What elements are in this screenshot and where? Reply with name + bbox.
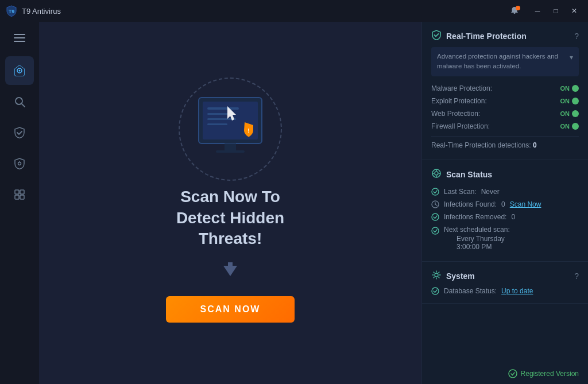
exploit-toggle[interactable]: ON [560,98,579,104]
sidebar [0,22,39,384]
web-dot [572,110,579,117]
firewall-label: Firewall Protection: [431,122,490,130]
registered-label: Registered Version [521,370,579,378]
scan-status-icon [431,168,442,181]
rtp-title-text: Real-Time Protection [446,32,527,41]
firewall-toggle[interactable]: ON [560,123,579,130]
svg-point-35 [435,273,438,277]
exploit-status: ON [560,98,570,104]
sidebar-menu-button[interactable] [7,28,32,48]
infections-removed-count: 0 [511,213,515,221]
malware-toggle[interactable]: ON [560,85,579,92]
malware-dot [572,85,579,92]
last-scan-value: Never [481,188,500,196]
last-scan-row: Last Scan: Never [431,185,579,198]
notification-button[interactable] [506,5,523,17]
next-scan-value: Every Thursday3:00:00 PM [457,235,510,251]
malware-protection-row: Malware Protection: ON [431,82,579,95]
next-scan-info: Next scheduled scan: Every Thursday3:00:… [444,226,510,251]
scan-now-link[interactable]: Scan Now [510,200,541,208]
system-help-icon[interactable]: ? [574,271,579,281]
scan-heading: Scan Now ToDetect HiddenThreats! [176,187,284,249]
app-logo-icon: T9 [6,5,17,17]
firewall-status: ON [560,123,570,130]
scan-status-title: Scan Status [431,168,492,181]
firewall-dot [572,123,579,130]
main-layout: ! Scan Now ToDetect HiddenThreats! SCAN … [0,22,588,384]
shield-check-icon [431,30,442,42]
exploit-dot [572,98,579,104]
title-bar-controls: ─ □ ✕ [506,5,582,17]
rtp-help-icon[interactable]: ? [574,32,579,41]
scan-now-button[interactable]: SCAN NOW [166,296,295,323]
hamburger-icon [14,34,25,35]
right-panel: Real-Time Protection ? Advanced protecti… [421,22,588,384]
svg-point-29 [432,188,439,195]
svg-point-34 [432,227,439,234]
exploit-protection-row: Exploit Protection: ON [431,95,579,107]
rtp-title: Real-Time Protection [431,30,527,42]
infections-found-label: Infections Found: [444,200,497,208]
hamburger-icon [14,41,25,42]
svg-rect-9 [20,190,24,194]
svg-point-6 [18,162,21,165]
svg-line-32 [435,204,437,205]
infections-removed-row: Infections Removed: 0 [431,211,579,223]
check-circle-3-icon [431,227,439,235]
detections-count: 0 [533,141,537,149]
malware-status: ON [560,85,570,92]
check-circle-icon [431,188,439,196]
firewall-protection-row: Firewall Protection: ON [431,120,579,133]
sidebar-item-home[interactable] [5,56,34,85]
minimize-button[interactable]: ─ [529,5,546,17]
protection-desc-text: Advanced protection against hackers and … [437,52,567,72]
system-icon [431,270,442,282]
main-panel: ! Scan Now ToDetect HiddenThreats! SCAN … [39,22,421,384]
web-toggle[interactable]: ON [560,110,579,117]
clock-icon [431,200,439,208]
content-area: ! Scan Now ToDetect HiddenThreats! SCAN … [39,22,588,384]
svg-point-37 [509,370,517,378]
arrow-down-icon [220,259,241,285]
svg-text:!: ! [247,127,250,134]
infections-found-row: Infections Found: 0 Scan Now [431,198,579,211]
db-check-icon [431,287,439,295]
title-bar: T9 T9 Antivirus ─ □ ✕ [0,0,588,22]
maximize-button[interactable]: □ [548,5,564,17]
detections-row: Real-Time Protection detections: 0 [431,136,579,152]
svg-rect-8 [15,190,19,194]
scan-illustration: ! [173,83,288,175]
svg-point-3 [19,70,21,72]
sidebar-item-scan[interactable] [5,87,34,116]
svg-rect-11 [20,195,24,199]
sidebar-item-privacy[interactable] [5,149,34,178]
infections-removed-label: Infections Removed: [444,213,506,221]
protection-description: Advanced protection against hackers and … [431,47,579,76]
scan-status-section: Scan Status Last Scan: Never [422,160,588,262]
title-bar-left: T9 T9 Antivirus [6,5,61,17]
svg-point-36 [432,288,439,294]
web-status: ON [560,110,570,117]
app-title: T9 Antivirus [22,7,61,15]
db-status-link[interactable]: Up to date [501,287,533,295]
check-circle-2-icon [431,213,439,221]
expand-icon[interactable]: ▾ [570,52,573,63]
database-status-row: Database Status: Up to date [431,287,579,295]
next-scan-row: Next scheduled scan: Every Thursday3:00:… [431,223,579,253]
svg-rect-17 [207,113,230,115]
svg-line-5 [22,104,25,107]
system-section-header: System ? [431,270,579,282]
monitor-svg: ! [184,89,276,169]
close-button[interactable]: ✕ [566,5,582,17]
monitor-container: ! [173,83,288,175]
sidebar-item-tools[interactable] [5,180,34,209]
web-protection-row: Web Protection: ON [431,107,579,120]
system-section: System ? Database Status: Up to date [422,262,588,304]
db-status-label: Database Status: [444,287,497,295]
infections-found-count: 0 [501,200,505,208]
svg-rect-15 [216,150,245,153]
exploit-label: Exploit Protection: [431,97,487,105]
sidebar-item-protect[interactable] [5,118,34,147]
real-time-protection-section: Real-Time Protection ? Advanced protecti… [422,22,588,160]
svg-text:T9: T9 [9,9,15,14]
